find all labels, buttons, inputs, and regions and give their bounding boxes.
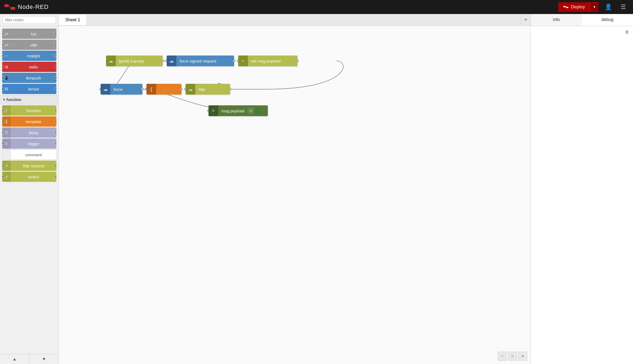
sidebar-item-ibmpush[interactable]: 📱 ibmpush (2, 73, 56, 83)
port-right (54, 175, 56, 178)
force-signed-icon: ☁ (167, 56, 176, 66)
force-signed-label: force signed request (176, 59, 220, 63)
sidebar-item-template[interactable]: { template (2, 116, 56, 127)
http-label: http (195, 87, 208, 92)
sidebar-item-udp[interactable]: ⇄ udp (2, 40, 56, 50)
deploy-dropdown-arrow[interactable]: ▼ (590, 3, 599, 11)
zoom-in-button[interactable]: + (518, 352, 527, 361)
right-panel-tabs: info debug (531, 14, 633, 26)
main-layout: ⇄ tcp ⇄ udp → mqlight ⊕ twi (0, 14, 633, 364)
svg-rect-3 (563, 6, 566, 7)
clear-debug-button[interactable]: 🗑 (623, 28, 631, 36)
scroll-up-button[interactable]: ▲ (0, 354, 29, 364)
flow-node-http[interactable]: ☁ http (186, 84, 230, 95)
tab-sheet1[interactable]: Sheet 1 (59, 15, 87, 25)
sidebar-bottom: ▲ ▼ (0, 354, 59, 364)
filter-nodes-input[interactable] (3, 16, 56, 24)
svg-line-2 (9, 6, 11, 8)
zoom-out-button[interactable]: − (498, 352, 507, 361)
flow-node-force[interactable]: ☁ force (101, 84, 142, 95)
switch-label: switch (11, 175, 56, 179)
chevron-down-icon: ▾ (3, 98, 5, 102)
add-tab-button[interactable]: + (521, 14, 531, 26)
port-right (54, 54, 56, 57)
http-port-right (229, 88, 231, 91)
debug-toggle[interactable] (255, 108, 261, 114)
delay-label: delay (11, 130, 56, 135)
menu-button[interactable]: ☰ (618, 4, 629, 11)
connections-svg (59, 26, 531, 364)
deploy-icon (563, 5, 569, 9)
sidebar-item-switch[interactable]: ⤢ switch (2, 172, 56, 182)
flow-node-set-msg-payload[interactable]: ✂ set msg.payload (238, 56, 297, 66)
sidebar-item-http-request[interactable]: ↗ http request (2, 161, 56, 171)
svg-rect-0 (4, 4, 9, 7)
flow-node-post-canvas[interactable]: ☁ [post] /canvas (106, 56, 163, 66)
ibmpush-label: ibmpush (11, 76, 56, 80)
flow-node-template[interactable]: { (146, 84, 182, 95)
force-icon: ☁ (101, 84, 110, 95)
trigger-label: trigger (11, 141, 56, 146)
function-section-label: function (6, 98, 21, 102)
deploy-label: Deploy (571, 4, 585, 10)
svg-rect-4 (566, 7, 568, 8)
function-section-header[interactable]: ▾ function (0, 95, 59, 104)
port-right (54, 43, 56, 46)
template-flow-icon: { (146, 84, 156, 95)
tab-debug[interactable]: debug (582, 14, 633, 26)
reset-zoom-button[interactable]: ○ (508, 352, 517, 361)
sidebar-item-function[interactable]: ƒ function (2, 105, 56, 116)
flow-node-msg-payload[interactable]: ≡ msg.payload ≡ (208, 105, 268, 116)
tcp-label: tcp (11, 32, 56, 36)
sidebar-item-tcp[interactable]: ⇄ tcp (2, 29, 56, 39)
sidebar-item-comment[interactable]: comment (2, 150, 56, 160)
canvas-workspace[interactable]: ☁ [post] /canvas ☁ force signed request … (59, 26, 531, 364)
sidebar-item-twilio[interactable]: ⊕ twilio (2, 62, 56, 72)
http-request-label: http request (11, 164, 56, 168)
app-title: Node-RED (18, 4, 49, 11)
port-right (54, 120, 56, 123)
post-canvas-icon: ☁ (106, 56, 116, 66)
sidebar-item-trigger[interactable]: ⌑ trigger (2, 138, 56, 149)
set-msg-port-right (296, 60, 299, 62)
port-right (54, 131, 56, 134)
set-msg-icon: ✂ (238, 56, 248, 66)
right-panel-content: 🗑 (531, 26, 633, 364)
mqlight-label: mqlight (11, 54, 56, 58)
deploy-button[interactable]: Deploy ▼ (558, 2, 599, 12)
force-port-right (141, 88, 144, 91)
port-right (54, 164, 56, 167)
node-red-logo-icon (4, 3, 15, 11)
function-label: function (11, 108, 56, 113)
template-flow-port-right (180, 88, 183, 91)
msg-payload-label: msg.payload (218, 109, 248, 113)
udp-label: udp (11, 43, 56, 47)
force-label: force (110, 87, 126, 92)
set-msg-label: set msg.payload (248, 59, 284, 63)
sidebar-item-mqlight[interactable]: → mqlight (2, 51, 56, 61)
msg-payload-icon: ≡ (208, 105, 218, 116)
right-panel: info debug 🗑 (531, 14, 633, 364)
sidebar-item-delay[interactable]: ⏱ delay (2, 127, 56, 138)
svg-rect-1 (11, 7, 15, 10)
scroll-down-button[interactable]: ▼ (29, 354, 59, 364)
flow-node-force-signed[interactable]: ☁ force signed request (167, 56, 234, 66)
ibmiot-label: ibmiot (11, 87, 56, 91)
canvas-area: Sheet 1 + (59, 14, 531, 364)
sidebar: ⇄ tcp ⇄ udp → mqlight ⊕ twi (0, 14, 59, 364)
force-signed-port-right (233, 60, 235, 62)
http-icon: ☁ (186, 84, 195, 95)
logo: Node-RED (4, 3, 49, 11)
comment-icon (2, 150, 11, 160)
user-button[interactable]: 👤 (602, 4, 615, 11)
template-label: template (11, 119, 56, 124)
sidebar-item-ibmiot[interactable]: ⚙ ibmiot (2, 84, 56, 94)
port-right (54, 76, 56, 79)
navbar: Node-RED Deploy ▼ 👤 ☰ (0, 0, 633, 14)
post-canvas-port-right (161, 60, 164, 62)
port-right (54, 142, 56, 145)
list-icon: ≡ (248, 108, 254, 114)
port-right (54, 32, 56, 35)
port-right (54, 109, 56, 112)
tab-info[interactable]: info (531, 14, 582, 26)
